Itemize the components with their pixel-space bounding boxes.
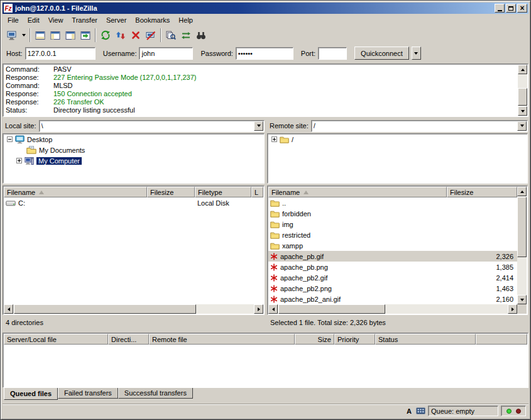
file-row-selected[interactable]: apache_pb.gif 2,326 <box>268 251 517 262</box>
column-header-server-local-file[interactable]: Server/Local file <box>4 334 108 345</box>
broken-image-icon <box>270 274 278 282</box>
password-input[interactable] <box>236 47 293 60</box>
column-header-status[interactable]: Status <box>375 334 476 345</box>
column-header-filesize[interactable]: Filesize <box>147 187 195 197</box>
host-input[interactable] <box>25 47 96 60</box>
tree-item-desktop[interactable]: Desktop <box>3 134 264 145</box>
toggle-queue-button[interactable] <box>78 28 93 43</box>
scrollbar-thumb[interactable] <box>517 197 527 257</box>
quickconnect-button[interactable]: Quickconnect <box>354 47 409 60</box>
log-scrollbar[interactable] <box>518 65 527 116</box>
scrollbar-thumb[interactable] <box>278 304 385 314</box>
scrollbar-thumb[interactable] <box>14 304 196 314</box>
minimize-button[interactable] <box>495 4 505 13</box>
scrollbar-up-button[interactable] <box>517 187 527 196</box>
file-row[interactable]: apache_pb.png 1,385 <box>268 262 517 272</box>
sync-browsing-button[interactable] <box>178 28 194 43</box>
tab-failed-transfers[interactable]: Failed transfers <box>58 388 118 399</box>
tree-item-my-documents[interactable]: My Documents <box>3 145 264 155</box>
menu-edit[interactable]: Edit <box>23 14 44 26</box>
toggle-remote-tree-button[interactable] <box>63 28 78 43</box>
maximize-button[interactable] <box>506 4 516 13</box>
site-manager-dropdown[interactable] <box>19 28 28 43</box>
tab-successful-transfers[interactable]: Successful transfers <box>118 388 193 399</box>
scrollbar-down-button[interactable] <box>517 295 527 304</box>
scrollbar-left-button[interactable] <box>4 304 13 314</box>
remote-vertical-scrollbar[interactable] <box>517 187 527 304</box>
tree-item-root[interactable]: / <box>268 134 527 145</box>
menu-transfer[interactable]: Transfer <box>67 14 102 26</box>
scrollbar-left-button[interactable] <box>268 304 278 314</box>
tree-item-my-computer[interactable]: My Computer <box>3 155 264 166</box>
username-input[interactable] <box>139 47 193 60</box>
remote-site-input[interactable] <box>312 121 517 131</box>
remote-site-dropdown[interactable] <box>517 121 527 131</box>
parent-directory-row[interactable]: .. <box>268 197 517 208</box>
host-label: Host: <box>6 50 23 57</box>
disconnect-button[interactable] <box>143 28 158 43</box>
local-site-combo[interactable] <box>39 120 265 132</box>
refresh-button[interactable] <box>98 28 113 43</box>
arrow-up-icon <box>521 69 525 71</box>
collapse-icon[interactable] <box>7 136 13 142</box>
local-site-input[interactable] <box>40 121 254 131</box>
port-input[interactable] <box>318 47 347 60</box>
tab-queued-files[interactable]: Queued files <box>4 388 58 400</box>
directory-compare-button[interactable] <box>163 28 178 43</box>
remote-rows: .. forbidden img restricted xampp apache… <box>268 197 517 304</box>
toggle-local-tree-button[interactable] <box>48 28 63 43</box>
column-header-filetype[interactable]: Filetype <box>195 187 251 197</box>
menu-help[interactable]: Help <box>174 14 197 26</box>
menu-view[interactable]: View <box>44 14 68 26</box>
file-name: xampp <box>282 242 303 250</box>
toggle-message-log-button[interactable] <box>33 28 48 43</box>
scrollbar-thumb[interactable] <box>518 88 527 106</box>
expand-icon[interactable] <box>271 136 277 142</box>
column-header-priority[interactable]: Priority <box>334 334 375 345</box>
quickconnect-dropdown[interactable] <box>412 47 421 60</box>
column-label: Status <box>378 336 398 343</box>
file-row[interactable]: apache_pb2.png 1,463 <box>268 283 517 294</box>
my-computer-icon <box>25 157 34 165</box>
column-header-remote-file[interactable]: Remote file <box>149 334 295 345</box>
broken-image-icon <box>270 285 278 292</box>
local-status-text: 4 directories <box>3 317 265 328</box>
expand-icon[interactable] <box>16 158 22 163</box>
remote-site-combo[interactable] <box>311 120 528 132</box>
file-row[interactable]: apache_pb2_ani.gif 2,160 <box>268 294 517 304</box>
file-row-c-drive[interactable]: C: Local Disk <box>4 197 263 208</box>
scrollbar-right-button[interactable] <box>254 304 263 314</box>
find-files-button[interactable] <box>194 28 209 43</box>
site-manager-button[interactable] <box>4 28 19 43</box>
folder-row[interactable]: restricted <box>268 229 517 240</box>
column-header-direction[interactable]: Directi... <box>108 334 149 345</box>
folder-row[interactable]: forbidden <box>268 208 517 219</box>
log-line-text: PASV <box>53 65 72 74</box>
process-queue-button[interactable] <box>113 28 128 43</box>
title-bar[interactable]: Fz john@127.0.0.1 - FileZilla × <box>3 3 528 14</box>
column-header-filename[interactable]: Filename <box>4 187 147 197</box>
file-name: restricted <box>282 231 310 239</box>
column-header-filesize[interactable]: Filesize <box>447 187 517 197</box>
scrollbar-up-button[interactable] <box>518 65 527 74</box>
file-row[interactable]: apache_pb2.gif 2,414 <box>268 272 517 283</box>
column-header-lastmodified[interactable]: L <box>251 187 263 197</box>
local-horizontal-scrollbar[interactable] <box>4 304 263 314</box>
folder-row[interactable]: img <box>268 219 517 229</box>
menu-bookmarks[interactable]: Bookmarks <box>131 14 174 26</box>
column-header-size[interactable]: Size <box>295 334 334 345</box>
close-button[interactable]: × <box>517 4 527 13</box>
column-header-filename[interactable]: Filename <box>268 187 447 197</box>
remote-horizontal-scrollbar[interactable] <box>268 304 517 314</box>
file-name: .. <box>282 199 286 207</box>
scrollbar-down-button[interactable] <box>518 106 527 116</box>
queue-status-text: Queue: empty <box>431 407 474 415</box>
cancel-button[interactable] <box>128 28 143 43</box>
local-site-dropdown[interactable] <box>254 121 263 131</box>
menu-server[interactable]: Server <box>102 14 131 26</box>
menu-file[interactable]: File <box>3 14 23 26</box>
scrollbar-right-button[interactable] <box>508 304 517 314</box>
app-icon[interactable]: Fz <box>4 4 13 13</box>
folder-row[interactable]: xampp <box>268 240 517 251</box>
minimize-icon <box>498 10 502 11</box>
